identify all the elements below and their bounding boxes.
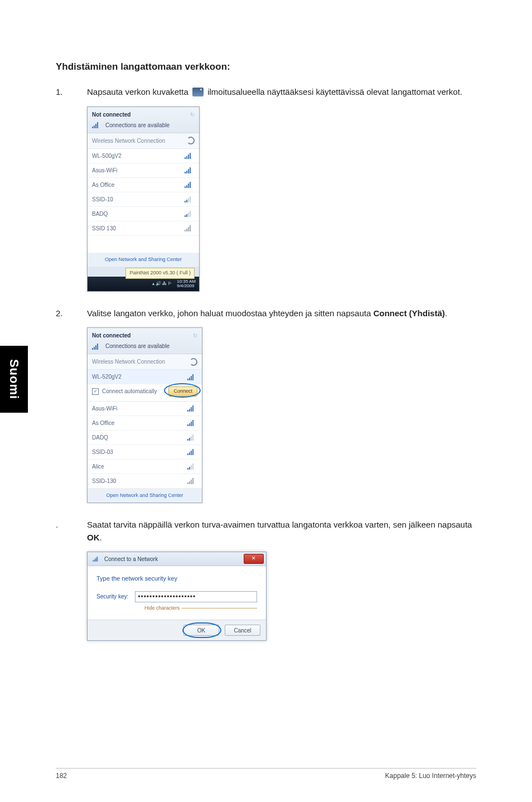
highlight-ring-icon (164, 383, 201, 398)
signal-bars-icon (187, 374, 195, 380)
shot1-net-4[interactable]: BADQ (92, 210, 108, 218)
connect-automatically-label: Connect automatically (102, 387, 157, 395)
highlight-ring-icon (182, 622, 221, 638)
language-side-tab: Suomi (0, 346, 28, 413)
shot1-net-0[interactable]: WL-500gV2 (92, 152, 122, 160)
step-2-bold: Connect (Yhdistä) (373, 308, 444, 318)
shot2-not-connected: Not connected (92, 331, 130, 340)
shot2-net-4[interactable]: Alice (92, 462, 104, 471)
shot1-net-5[interactable]: SSID 130 (92, 224, 116, 233)
shot2-net-5[interactable]: SSID-130 (92, 477, 116, 485)
connect-automatically-checkbox[interactable]: ✓ (92, 388, 99, 395)
signal-bars-icon (185, 196, 192, 202)
language-side-tab-label: Suomi (7, 359, 21, 399)
shot2-connections-available: Connections are available (105, 342, 170, 350)
shot2-selected-net[interactable]: WL-520gV2 (92, 373, 122, 381)
screenshot-security-key-dialog: Connect to a Network ✕ Type the network … (87, 552, 267, 641)
signal-bars-icon (92, 122, 100, 128)
shot2-net-1[interactable]: As Office (92, 419, 114, 427)
step-3-text-b: . (100, 533, 102, 542)
step-3-bold: OK (87, 533, 100, 542)
shot1-not-connected: Not connected (92, 110, 130, 119)
tray-icon: ▴ 🔊 🖧 🏳 (152, 281, 173, 287)
signal-bars-icon (187, 477, 195, 484)
shot1-section-label: Wireless Network Connection (92, 137, 165, 145)
refresh-glyph: ↻ (193, 331, 197, 340)
shot1-connections-available: Connections are available (105, 121, 170, 129)
refresh-glyph: ↻ (190, 110, 195, 119)
signal-bars-icon (187, 463, 195, 470)
signal-bars-icon (185, 167, 192, 173)
shot2-net-0[interactable]: Asus-WiFi (92, 404, 118, 413)
shot1-tooltip: PaintNet 2000 v5.30 ( Full ) (125, 268, 195, 279)
section-title: Yhdistäminen langattomaan verkkoon: (56, 61, 476, 73)
step-1-text-b: ilmoitusalueella näyttääksesi käytettävi… (207, 87, 462, 96)
step-3-text-a: Saatat tarvita näppäillä verkon turva-av… (87, 520, 472, 529)
dialog-wifi-icon (93, 556, 99, 562)
refresh-icon (187, 137, 195, 144)
chapter-label: Kappale 5: Luo Internet-yhteys (385, 772, 476, 780)
screenshot-network-list: Not connected ↻ Connections are availabl… (87, 107, 200, 292)
dialog-title: Connect to a Network (104, 555, 158, 563)
signal-bars-icon (185, 152, 192, 159)
shot2-net-2[interactable]: DADQ (92, 433, 108, 442)
signal-bars-icon (185, 225, 192, 231)
close-button[interactable]: ✕ (244, 554, 264, 564)
network-tray-icon (192, 88, 204, 96)
signal-bars-icon (185, 210, 192, 217)
shot2-section-label: Wireless Network Connection (92, 357, 165, 366)
step-1-number: 1. (56, 86, 70, 292)
signal-bars-icon (187, 434, 195, 441)
screenshot-network-connect: Not connected ↻ Connections are availabl… (87, 327, 202, 503)
step-2-number: 2. (56, 307, 70, 504)
signal-bars-icon (187, 419, 195, 426)
dialog-prompt: Type the network security key (96, 574, 257, 583)
signal-bars-icon (185, 181, 192, 188)
shot1-net-3[interactable]: SSID-10 (92, 195, 113, 204)
cancel-button[interactable]: Cancel (225, 625, 260, 636)
security-key-input[interactable] (135, 591, 257, 602)
signal-bars-icon (187, 405, 195, 412)
step-2-text-b: . (445, 308, 447, 318)
security-key-label: Security key: (96, 592, 128, 601)
hide-characters-label[interactable]: Hide characters (144, 605, 180, 612)
shot1-net-2[interactable]: As Office (92, 181, 114, 189)
step-1-text-a: Napsauta verkon kuvaketta (87, 87, 191, 96)
taskbar-date: 9/4/2009 (177, 283, 194, 288)
refresh-icon (190, 358, 197, 366)
divider (182, 608, 257, 608)
shot2-open-network-center[interactable]: Open Network and Sharing Center (88, 489, 202, 503)
step-2-text-a: Valitse langaton verkko, johon haluat mu… (87, 308, 373, 318)
step-3-number: . (56, 519, 70, 641)
signal-bars-icon (187, 448, 195, 455)
shot1-open-network-center[interactable]: Open Network and Sharing Center (88, 253, 199, 267)
shot1-net-1[interactable]: Asus-WiFi (92, 166, 118, 175)
page-number: 182 (56, 772, 67, 780)
signal-bars-icon (92, 343, 100, 350)
shot2-net-3[interactable]: SSID-03 (92, 448, 113, 456)
